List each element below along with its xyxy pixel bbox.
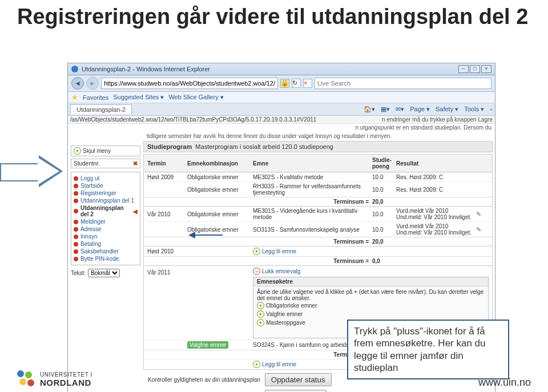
chevron-icon[interactable]: »	[490, 107, 493, 112]
tools-menu[interactable]: Tools ▾	[464, 106, 484, 113]
table-row: Vår 2010 Obligatoriske emner ME301S - Vi…	[144, 206, 492, 221]
table-row: Obligatoriske emner RH303S - Rammer for …	[144, 181, 492, 197]
web-slice-link[interactable]: Web Slice Gallery ▾	[168, 94, 223, 101]
footer-url: www.uin.no	[478, 377, 531, 389]
sidebar-item-bytte-pin[interactable]: Bytte PIN-kode	[74, 255, 138, 262]
favorites-star-icon[interactable]: ★	[71, 93, 78, 102]
language-selector[interactable]: Tekst: Bokmål	[71, 269, 140, 277]
forward-button[interactable]: ►	[86, 77, 99, 90]
valgfrie-badge: Valgfrie emner	[187, 341, 228, 349]
back-button[interactable]: ◄	[71, 77, 84, 90]
sidebar-item-utdplan1[interactable]: Utdanningsplan del 1	[74, 197, 138, 204]
window-titlebar: Utdanningsplan-2 - Windows Internet Expl…	[68, 63, 495, 75]
terminsum-row: Terminsum = 20,0	[144, 197, 492, 206]
sidebar-item-adresse[interactable]: Adresse	[74, 225, 138, 233]
tree-option[interactable]: +Obligatoriske emner	[257, 301, 485, 310]
sidebar-item-loggut[interactable]: Logg ut	[74, 175, 138, 182]
slide-title: Registreringen går videre til utdannings…	[0, 0, 548, 30]
sidebar-menu: Logg ut Startside Registreringer Utdanni…	[71, 172, 140, 265]
panel-header: Emnesøketre	[253, 277, 488, 286]
col-termin: Termin	[147, 160, 187, 167]
panel-text: Åpne de ulike valgene ved å klikke på + …	[257, 289, 485, 301]
sidebar-item-betaling[interactable]: Betaling	[74, 240, 138, 248]
col-emnekombinasjon: Emnekombinasjon	[187, 160, 253, 167]
safety-menu[interactable]: Safety ▾	[436, 106, 458, 113]
table-row: Høst 2009 Obligatoriske emner ME302S - K…	[144, 172, 492, 181]
lock-icon: 🔒	[280, 79, 289, 88]
sidebar-item-saksbehandler[interactable]: Saksbehandler	[74, 248, 138, 255]
uni-label-2: NORDLAND	[40, 378, 92, 387]
plus-icon: +	[74, 147, 81, 155]
address-bar-row: ◄ ► 🔒 ↻ ×	[68, 75, 495, 92]
university-logo: UNIVERSITETET I NORDLAND	[17, 370, 92, 389]
plus-icon[interactable]: +	[257, 310, 264, 318]
current-indicator-icon: ◀	[133, 208, 138, 215]
minus-icon[interactable]: –	[253, 268, 260, 275]
address-input[interactable]	[101, 78, 278, 89]
window-buttons[interactable]: – □ ×	[458, 65, 491, 73]
tree-option[interactable]: +Valgfrie emner	[257, 310, 485, 318]
sidebar-item-meldinger[interactable]: Meldinger	[74, 218, 138, 225]
table-row: Høst 2010 +Legg til emne	[144, 246, 492, 256]
plus-icon[interactable]: +	[257, 302, 264, 309]
inner-url: /as/WebObjects/studentweb2.woa/12/wo/TiT…	[68, 116, 495, 124]
col-resultat: Resultat	[396, 160, 476, 167]
sidebar: +Skjul meny Studentnr.✖ Logg ut Startsid…	[71, 146, 140, 277]
ie-icon	[71, 66, 78, 72]
feed-icon[interactable]: ▦▾	[381, 106, 390, 113]
home-icon[interactable]: 🏠▾	[364, 106, 375, 113]
slide-footer: UNIVERSITETET I NORDLAND www.uin.no	[0, 370, 548, 389]
stop-icon[interactable]: ×	[303, 79, 312, 88]
legg-til-emne-link[interactable]: +Legg til emne	[253, 248, 372, 255]
annotation-small-arrow	[188, 229, 223, 241]
plus-icon[interactable]: +	[253, 361, 260, 368]
maximize-button[interactable]: □	[470, 65, 480, 73]
edit-icon[interactable]: ✎	[476, 211, 481, 217]
refresh-icon[interactable]: ↻	[292, 79, 301, 88]
favorites-bar: ★ Favorites Suggested Sites ▾ Web Slice …	[68, 92, 495, 103]
annotation-arrow-right	[0, 155, 66, 187]
skjul-meny-button[interactable]: +Skjul meny	[71, 146, 140, 156]
clear-icon[interactable]: ✖	[133, 160, 138, 167]
godkjenn-plan-button[interactable]: Godkjenn plan	[265, 390, 327, 392]
svg-marker-1	[188, 232, 195, 239]
studieprogram-label: Studieprogram	[147, 143, 192, 150]
info-line-2: n utgangspunkt er en standard studieplan…	[68, 124, 495, 132]
sidebar-item-innsyn[interactable]: Innsyn	[74, 233, 138, 240]
studieprogram-box: Studieprogram Masterprogram i sosialt ar…	[143, 141, 493, 152]
sidebar-item-utdplan2[interactable]: Utdanningsplan del 2◀	[74, 204, 138, 218]
table-header: Termin Emnekombinasjon Emne Studie- poen…	[143, 154, 493, 172]
close-button[interactable]: ×	[481, 65, 491, 73]
plus-icon[interactable]: +	[253, 248, 260, 255]
tab-utdanningsplan[interactable]: Utdanningsplan-2	[70, 104, 132, 114]
page-menu[interactable]: Page ▾	[410, 106, 430, 113]
info-line-3: tidligere semester har avvik fra denne f…	[143, 132, 495, 141]
uni-label-1: UNIVERSITETET I	[40, 371, 92, 378]
plus-icon[interactable]: +	[257, 319, 264, 326]
logo-mark-icon	[17, 370, 35, 389]
suggested-sites-link[interactable]: Suggested Sites ▾	[113, 94, 164, 101]
language-select[interactable]: Bokmål	[88, 269, 120, 277]
edit-icon[interactable]: ✎	[476, 226, 481, 233]
favorites-label[interactable]: Favorites	[83, 94, 108, 101]
browser-tools: 🏠▾ ▦▾ ✉▾ Page ▾ Safety ▾ Tools ▾ »	[364, 106, 493, 113]
lukk-emnevalg-link[interactable]: –Lukk emnevalg	[253, 267, 489, 277]
studieprogram-value: Masterprogram i sosialt arbeid 120.0 stu…	[195, 143, 333, 150]
sidebar-item-startside[interactable]: Startside	[74, 182, 138, 189]
terminsum-row: Terminsum = 0,0	[144, 256, 492, 265]
mail-icon[interactable]: ✉▾	[396, 106, 404, 113]
col-studiepoeng: Studie- poeng	[372, 157, 396, 169]
tab-row: Utdanningsplan-2 🏠▾ ▦▾ ✉▾ Page ▾ Safety …	[68, 103, 495, 116]
sidebar-item-registreringer[interactable]: Registreringer	[74, 189, 138, 197]
studentnr-field[interactable]: Studentnr.✖	[71, 159, 140, 168]
col-emne: Emne	[253, 160, 372, 167]
minimize-button[interactable]: –	[458, 65, 469, 73]
browser-search-input[interactable]	[315, 78, 491, 89]
window-title: Utdanningsplan-2 - Windows Internet Expl…	[82, 66, 210, 72]
language-label: Tekst:	[71, 270, 86, 276]
